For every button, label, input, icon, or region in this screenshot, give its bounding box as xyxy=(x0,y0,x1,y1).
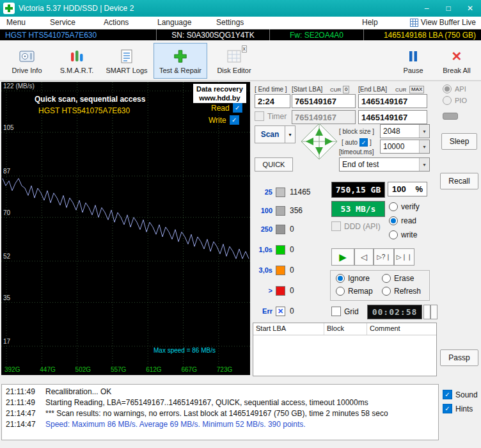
latency-label: > xyxy=(253,287,272,294)
log-text: Starting Reading, LBA=765149167..1465149… xyxy=(45,397,368,408)
end-lba-cur-button[interactable]: CUR xyxy=(395,87,406,93)
toolbar-smart-logs-button[interactable]: SMART Logs xyxy=(102,43,151,79)
timer-checkbox[interactable] xyxy=(255,111,264,121)
timer-aux-button-2[interactable] xyxy=(430,305,438,319)
radio-icon[interactable] xyxy=(443,84,452,93)
grid-toggle[interactable]: Grid xyxy=(331,307,359,316)
defect-table-header: Start LBA Block Comment xyxy=(253,323,436,335)
max-speed-annotation: Max speed = 86 MB/s xyxy=(154,347,216,354)
scan-dropdown-button[interactable]: ▾ xyxy=(285,125,296,143)
menu-item-actions[interactable]: Actions xyxy=(104,18,129,27)
pio-radio[interactable]: PIO xyxy=(443,96,467,105)
column-comment[interactable]: Comment xyxy=(367,323,436,335)
jump-forward-button[interactable]: ▷?❘ xyxy=(374,248,394,266)
step-button[interactable]: ▷❘❘ xyxy=(394,248,414,266)
log-panel[interactable]: 21:11:49 Recallibration... OK 21:11:49 S… xyxy=(1,384,439,440)
title-bar[interactable]: Victoria 5.37 HDD/SSD | Device 2 – □ ✕ xyxy=(0,0,481,17)
action-refresh-radio[interactable]: Refresh xyxy=(382,287,421,296)
minimize-button[interactable]: – xyxy=(416,0,438,17)
end-of-test-combo[interactable]: End of test ▾ xyxy=(339,157,430,172)
read-toggle[interactable]: Read xyxy=(211,103,242,113)
timer-end-input[interactable]: 1465149167 xyxy=(358,110,427,124)
menu-item-language[interactable]: Language xyxy=(157,18,191,27)
radio-icon[interactable] xyxy=(389,216,398,225)
latency-row: > 0 xyxy=(253,285,294,296)
grid-checkbox[interactable] xyxy=(331,307,341,316)
pause-button[interactable]: Pause xyxy=(394,43,432,79)
menu-item-menu[interactable]: Menu xyxy=(6,18,26,27)
sleep-button[interactable]: Sleep xyxy=(441,133,477,150)
maximize-button[interactable]: □ xyxy=(438,0,459,17)
hints-checkbox[interactable] xyxy=(443,404,452,413)
radio-icon[interactable] xyxy=(382,274,391,283)
write-toggle[interactable]: Write xyxy=(209,115,239,125)
jog-diamond[interactable] xyxy=(301,123,338,162)
menu-item-settings[interactable]: Settings xyxy=(216,18,244,27)
ddd-checkbox[interactable] xyxy=(331,221,341,231)
radio-icon[interactable] xyxy=(382,287,391,296)
latency-color-swatch xyxy=(276,206,285,216)
mode-read-radio[interactable]: read xyxy=(389,216,416,225)
close-button[interactable]: ✕ xyxy=(459,0,481,17)
menu-item-help[interactable]: Help xyxy=(362,18,378,27)
recall-button[interactable]: Recall xyxy=(440,173,478,189)
latency-count: 356 xyxy=(290,206,303,215)
radio-icon[interactable] xyxy=(443,96,452,105)
write-checkbox[interactable] xyxy=(230,115,239,125)
drive-info-icon xyxy=(18,48,36,65)
scan-button[interactable]: Scan xyxy=(255,125,285,143)
timer-toggle[interactable]: Timer xyxy=(255,111,287,121)
reverse-button[interactable]: ◁ xyxy=(354,248,374,266)
chevron-down-icon[interactable]: ▾ xyxy=(419,140,429,153)
toolbar-disk-editor-button[interactable]: x Disk Editor xyxy=(210,43,258,79)
passp-button[interactable]: Passp xyxy=(440,349,478,366)
log-text: Speed: Maximum 86 MB/s. Average 69 MB/s.… xyxy=(45,419,306,430)
timeout-combo[interactable]: 10000 ▾ xyxy=(380,140,430,154)
end-time-value[interactable]: 2:24 xyxy=(255,94,290,108)
api-radio[interactable]: API xyxy=(443,84,466,93)
view-buffer-live-button[interactable]: View Buffer Live xyxy=(410,18,476,27)
toolbar-drive-info-button[interactable]: Drive Info xyxy=(3,43,51,79)
quick-button[interactable]: QUICK xyxy=(255,157,293,172)
timeout-value: 10000 xyxy=(383,142,404,151)
menu-item-service[interactable]: Service xyxy=(50,18,75,27)
block-size-auto-toggle[interactable]: [ auto ] xyxy=(342,138,372,147)
start-lba-cur-label[interactable]: CUR xyxy=(330,87,341,93)
column-block[interactable]: Block xyxy=(324,323,367,335)
chevron-down-icon[interactable]: ▾ xyxy=(419,125,429,138)
auto-checkbox[interactable] xyxy=(359,138,368,147)
action-ignore-radio[interactable]: Ignore xyxy=(336,274,370,283)
toolbar-test-repair-button[interactable]: Test & Repair xyxy=(154,43,207,79)
start-lba-input[interactable]: 765149167 xyxy=(292,94,356,108)
latency-count: 0 xyxy=(290,245,294,254)
toolbar-smart-button[interactable]: S.M.A.R.T. xyxy=(52,43,101,79)
block-size-combo[interactable]: 2048 ▾ xyxy=(380,124,430,138)
ddd-api-toggle[interactable]: DDD (API) xyxy=(331,221,381,231)
x-axis-label: 557G xyxy=(111,366,126,373)
smart-logs-icon xyxy=(118,48,136,65)
action-remap-radio[interactable]: Remap xyxy=(336,287,373,296)
action-erase-radio[interactable]: Erase xyxy=(382,274,414,283)
timer-start-input[interactable]: 765149167 xyxy=(292,110,356,124)
start-test-button[interactable]: ▶ xyxy=(331,248,354,266)
radio-icon[interactable] xyxy=(336,274,345,283)
column-start-lba[interactable]: Start LBA xyxy=(253,323,324,335)
radio-icon[interactable] xyxy=(389,202,398,211)
latency-label: 3,0s xyxy=(253,266,272,274)
radio-icon[interactable] xyxy=(389,230,398,239)
hints-toggle[interactable]: Hints xyxy=(443,404,473,413)
mode-verify-radio[interactable]: verify xyxy=(389,202,420,211)
sound-toggle[interactable]: Sound xyxy=(443,390,478,399)
latency-row-errors: Err ✕ 0 xyxy=(253,306,294,316)
radio-icon[interactable] xyxy=(336,287,345,296)
timer-aux-button-1[interactable] xyxy=(423,305,430,319)
end-lba-max-button[interactable]: MAX xyxy=(409,86,424,93)
defect-table[interactable]: Start LBA Block Comment xyxy=(253,323,437,376)
speed-display: 53 MB/s xyxy=(331,201,385,217)
break-all-button[interactable]: ✕ Break All xyxy=(435,43,478,79)
chevron-down-icon[interactable]: ▾ xyxy=(419,158,429,171)
mode-write-radio[interactable]: write xyxy=(389,230,417,239)
sound-checkbox[interactable] xyxy=(443,390,452,399)
read-checkbox[interactable] xyxy=(233,103,242,113)
end-lba-input[interactable]: 1465149167 xyxy=(358,94,427,108)
